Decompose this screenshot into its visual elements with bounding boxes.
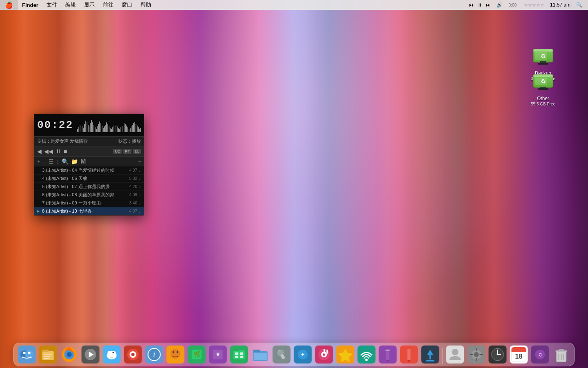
playlist-remove-btn[interactable]: –	[43, 158, 46, 165]
pt-btn[interactable]: PT	[123, 149, 131, 154]
waveform-bar	[78, 127, 79, 132]
waveform-bar	[119, 129, 120, 132]
playlist-folder-btn[interactable]: 📁	[71, 158, 78, 165]
dock-app1[interactable]: 🌿	[187, 345, 207, 364]
playlist-item-active[interactable]: ▶ 8.(未知Artist) - 10 七里香 4:07 ♪	[34, 207, 144, 215]
svg-point-89	[452, 349, 459, 355]
clock-display: 11:57 am	[548, 0, 573, 10]
playlist-search-btn[interactable]: 🔍	[62, 158, 69, 165]
waveform-bar	[85, 121, 86, 132]
playlist-list-btn[interactable]: ☰	[49, 158, 54, 165]
search-icon[interactable]: 🔍	[574, 0, 585, 10]
dock-numbers[interactable]	[229, 345, 249, 364]
dock-app7[interactable]	[399, 345, 419, 364]
file-menu[interactable]: 文件	[42, 0, 61, 10]
waveform-bar	[139, 129, 140, 132]
playlist-sort-btn[interactable]: ↕	[56, 158, 59, 165]
dock-trash[interactable]	[552, 345, 571, 364]
waveform-bar	[126, 126, 127, 132]
apple-menu[interactable]: 🍎	[0, 0, 18, 10]
rewind-btn[interactable]: ◀◀	[44, 148, 53, 155]
waveform-bar	[77, 129, 78, 132]
format-buttons: UC PT EL	[113, 149, 141, 154]
stop-btn[interactable]: ■	[64, 148, 67, 155]
stars-rating[interactable]: ☆☆☆☆☆	[521, 0, 547, 10]
svg-text:★: ★	[215, 351, 220, 357]
playlist-item[interactable]: 5.(未知Artist) - 07 遇上你是我的缘 4:20 ♪	[34, 183, 144, 191]
waveform-bar	[92, 122, 93, 132]
waveform-bar	[98, 124, 99, 132]
dock-documents[interactable]	[38, 345, 58, 364]
edit-menu[interactable]: 编辑	[61, 0, 80, 10]
svg-rect-82	[408, 349, 411, 360]
help-menu[interactable]: 帮助	[136, 0, 155, 10]
svg-point-33	[113, 352, 114, 353]
dock-app8[interactable]	[421, 345, 440, 364]
svg-rect-22	[44, 358, 49, 359]
dock-app2[interactable]: ★	[208, 345, 228, 364]
play-pause-button[interactable]: ⏸	[476, 2, 483, 7]
svg-text:✦: ✦	[301, 351, 305, 358]
waveform-bar	[97, 126, 98, 132]
dock-transmission[interactable]	[81, 345, 100, 364]
view-menu[interactable]: 显示	[80, 0, 99, 10]
go-menu[interactable]: 前往	[99, 0, 118, 10]
dock-app6[interactable]	[378, 345, 398, 364]
waveform-bar	[89, 126, 90, 132]
other-drive-icon[interactable]: ♻ Other 55.5 GB Free	[523, 66, 564, 108]
dock-app9[interactable]: ♫	[530, 345, 550, 364]
svg-rect-20	[44, 354, 52, 355]
status-label: 状态：播放	[118, 138, 141, 144]
pause-btn[interactable]: ⏸	[56, 148, 61, 155]
track-duration: 4:20	[125, 184, 137, 189]
window-menu[interactable]: 窗口	[118, 0, 136, 10]
dock-clock[interactable]	[488, 345, 508, 364]
svg-point-70	[323, 353, 325, 356]
waveform-bar	[94, 125, 94, 132]
finder-menu[interactable]: Finder	[18, 0, 42, 10]
waveform-bar	[137, 126, 138, 132]
playlist-close-btn[interactable]: –	[138, 159, 141, 164]
volume-button[interactable]: 🔊	[494, 0, 505, 10]
playlist-item[interactable]: 3.(未知Artist) - 04 当爱情经过的时候 4:07 ♪	[34, 166, 144, 175]
dock-app3[interactable]	[272, 345, 292, 364]
dock-growl[interactable]	[166, 345, 185, 364]
dock-sysprefs[interactable]	[467, 345, 486, 364]
dock-contacts[interactable]	[445, 345, 465, 364]
svg-point-32	[108, 351, 112, 355]
dock-info[interactable]: i	[145, 345, 164, 364]
svg-point-25	[67, 352, 72, 357]
waveform-bar	[118, 128, 119, 132]
track-icon: ♪	[139, 201, 141, 205]
prev-track-button[interactable]: ⏮	[468, 2, 474, 7]
svg-rect-59	[253, 350, 261, 352]
svg-rect-53	[234, 349, 239, 351]
menubar-left: 🍎 Finder 文件 编辑 显示 前往 窗口 帮助	[0, 0, 155, 10]
playlist-item[interactable]: 6.(未知Artist) - 08 美丽的草原我的家 4:09 ♪	[34, 191, 144, 199]
uc-btn[interactable]: UC	[113, 149, 122, 154]
el-btn[interactable]: EL	[133, 149, 141, 154]
dock-calendar[interactable]: 18	[509, 345, 529, 364]
svg-text:i: i	[153, 350, 155, 359]
dock-app4[interactable]: ✦	[293, 345, 313, 364]
svg-point-76	[365, 359, 368, 361]
playlist-add-btn[interactable]: +	[37, 158, 40, 165]
playlist-item[interactable]: 7.(未知Artist) - 09 一万个理由 3:40 ♪	[34, 199, 144, 207]
track-duration: 5:02	[125, 176, 137, 181]
dock-app5[interactable]	[336, 345, 355, 364]
album-label: 专辑：是爱女声 发烧情歌	[37, 138, 88, 144]
svg-rect-1	[533, 49, 553, 52]
playlist-item[interactable]: 4.(未知Artist) - 06 天籁 5:02 ♪	[34, 175, 144, 183]
dock-finder[interactable]	[17, 345, 37, 364]
waveform-bar	[99, 121, 100, 132]
dock-folder[interactable]	[251, 345, 270, 364]
waveform-bar	[136, 124, 136, 132]
dock-network[interactable]	[357, 345, 376, 364]
dock-firefox[interactable]	[60, 345, 79, 364]
dock-twitterrific[interactable]	[102, 345, 122, 364]
dock-itunes[interactable]	[314, 345, 334, 364]
playlist-m-btn[interactable]: M	[80, 158, 86, 165]
dock-omnifocus[interactable]	[123, 345, 143, 364]
prev-btn[interactable]: ◀	[37, 148, 42, 155]
next-track-button[interactable]: ⏭	[485, 2, 492, 7]
